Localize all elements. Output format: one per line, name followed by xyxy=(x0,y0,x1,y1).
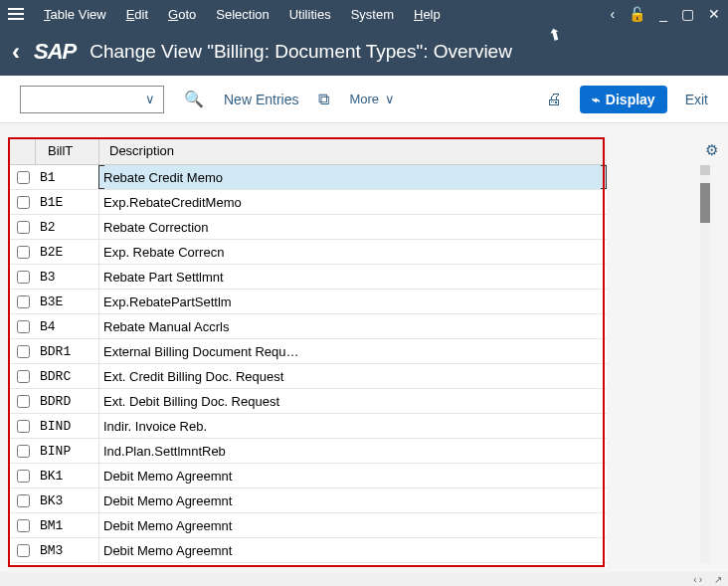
prev-icon[interactable]: ‹ xyxy=(611,6,616,22)
toolbar: ∨ 🔍 New Entries ⧉ More ∨ 🖨 ⌁ Display Exi… xyxy=(0,76,728,123)
row-checkbox[interactable] xyxy=(17,246,30,259)
vertical-scrollbar[interactable] xyxy=(700,165,710,563)
row-checkbox[interactable] xyxy=(17,196,30,209)
display-button[interactable]: ⌁ Display xyxy=(580,86,667,113)
scroll-right-icon[interactable]: › xyxy=(699,574,702,585)
cell-description[interactable]: Debit Memo Agreemnt xyxy=(99,513,607,537)
menu-goto[interactable]: Goto xyxy=(168,7,196,22)
content-area: ⚙ BillT Description B1Rebate Credit Memo… xyxy=(0,123,728,572)
row-checkbox[interactable] xyxy=(17,494,30,507)
cell-billt[interactable]: BM1 xyxy=(36,513,99,537)
row-checkbox[interactable] xyxy=(17,519,30,532)
row-checkbox[interactable] xyxy=(17,395,30,408)
close-icon[interactable]: ✕ xyxy=(708,6,720,22)
cell-billt[interactable]: BDRC xyxy=(36,364,99,388)
cell-description[interactable]: Indir. Invoice Reb. xyxy=(99,414,607,438)
lock-open-icon[interactable]: 🔓 xyxy=(629,6,645,22)
row-checkbox[interactable] xyxy=(17,470,30,483)
cell-description[interactable]: Ext. Debit Billing Doc. Request xyxy=(99,389,607,413)
statusbar: ‹ › ↗ xyxy=(0,572,728,586)
expand-icon[interactable]: ↗ xyxy=(714,574,722,585)
cell-billt[interactable]: BDRD xyxy=(36,389,99,413)
menu-system[interactable]: System xyxy=(351,7,394,22)
command-field[interactable]: ∨ xyxy=(20,86,164,113)
maximize-icon[interactable]: ▢ xyxy=(681,6,694,22)
row-checkbox[interactable] xyxy=(17,295,30,308)
cell-billt[interactable]: BM3 xyxy=(36,538,99,562)
search-icon[interactable]: 🔍 xyxy=(184,90,204,108)
row-checkbox[interactable] xyxy=(17,370,30,383)
print-icon[interactable]: 🖨 xyxy=(546,91,562,108)
menu-help[interactable]: Help xyxy=(414,7,441,22)
cell-billt[interactable]: B2E xyxy=(36,240,99,264)
new-entries-button[interactable]: New Entries xyxy=(224,92,298,107)
cell-description[interactable]: Rebate Correction xyxy=(99,215,607,239)
table-header: BillT Description xyxy=(10,137,607,165)
cell-billt[interactable]: B1E xyxy=(36,190,99,214)
col-select[interactable] xyxy=(10,137,36,164)
cell-billt[interactable]: BK3 xyxy=(36,488,99,512)
cell-billt[interactable]: BIND xyxy=(36,414,99,438)
cell-billt[interactable]: BK1 xyxy=(36,464,99,488)
row-checkbox[interactable] xyxy=(17,445,30,458)
cell-billt[interactable]: B2 xyxy=(36,215,99,239)
menu-edit[interactable]: Edit xyxy=(126,7,148,22)
back-button[interactable]: ‹ xyxy=(12,38,20,66)
row-checkbox[interactable] xyxy=(17,320,30,333)
row-checkbox[interactable] xyxy=(17,221,30,234)
gear-icon[interactable]: ⚙ xyxy=(705,141,718,159)
cell-billt[interactable]: BDR1 xyxy=(36,339,99,363)
cell-description[interactable]: Rebate Part Settlmnt xyxy=(99,265,607,289)
cell-billt[interactable]: B3 xyxy=(36,265,99,289)
table-row[interactable]: B2EExp. Rebate Correcn xyxy=(10,240,607,265)
table-row[interactable]: BK1Debit Memo Agreemnt xyxy=(10,464,607,488)
col-billt[interactable]: BillT xyxy=(36,137,99,164)
cell-description[interactable]: Debit Memo Agreemnt xyxy=(99,538,607,562)
scroll-left-icon[interactable]: ‹ xyxy=(693,574,696,585)
exit-button[interactable]: Exit xyxy=(685,92,708,107)
table-row[interactable]: B3Rebate Part Settlmnt xyxy=(10,265,607,290)
row-checkbox[interactable] xyxy=(17,544,30,557)
menu-table-view[interactable]: Table View xyxy=(44,7,106,22)
page-title: Change View "Billing: Document Types": O… xyxy=(90,41,512,63)
cell-description[interactable]: Rebate Credit Memo xyxy=(99,165,607,189)
row-checkbox[interactable] xyxy=(17,271,30,284)
chevron-down-icon: ∨ xyxy=(385,92,395,106)
row-checkbox[interactable] xyxy=(17,420,30,433)
table-row[interactable]: BM1Debit Memo Agreemnt xyxy=(10,513,607,538)
cell-description[interactable]: External Billing Document Requ… xyxy=(99,339,607,363)
table-row[interactable]: B2Rebate Correction xyxy=(10,215,607,240)
row-checkbox[interactable] xyxy=(17,345,30,358)
cell-description[interactable]: Rebate Manual Accrls xyxy=(99,314,607,338)
row-checkbox[interactable] xyxy=(17,171,30,184)
col-description[interactable]: Description xyxy=(99,137,607,164)
menu-hamburger-icon[interactable] xyxy=(8,8,24,20)
table-row[interactable]: BDRDExt. Debit Billing Doc. Request xyxy=(10,389,607,414)
cell-description[interactable]: Debit Memo Agreemnt xyxy=(99,464,607,488)
table-row[interactable]: B1EExp.RebateCreditMemo xyxy=(10,190,607,215)
table-row[interactable]: BDRCExt. Credit Billing Doc. Request xyxy=(10,364,607,389)
menu-selection[interactable]: Selection xyxy=(216,7,269,22)
cell-description[interactable]: Exp. Rebate Correcn xyxy=(99,240,607,264)
table-row[interactable]: B4Rebate Manual Accrls xyxy=(10,314,607,339)
table-row[interactable]: BINDIndir. Invoice Reb. xyxy=(10,414,607,439)
table-row[interactable]: B1Rebate Credit Memo xyxy=(10,165,607,190)
table-row[interactable]: BK3Debit Memo Agreemnt xyxy=(10,488,607,513)
table-row[interactable]: BINPInd.Plan.SettlmntReb xyxy=(10,439,607,464)
menu-utilities[interactable]: Utilities xyxy=(289,7,331,22)
cell-billt[interactable]: B1 xyxy=(36,165,99,189)
cell-billt[interactable]: BINP xyxy=(36,439,99,463)
cell-description[interactable]: Exp.RebateCreditMemo xyxy=(99,190,607,214)
table-row[interactable]: BDR1External Billing Document Requ… xyxy=(10,339,607,364)
cell-description[interactable]: Debit Memo Agreemnt xyxy=(99,488,607,512)
cell-billt[interactable]: B3E xyxy=(36,290,99,313)
cell-description[interactable]: Exp.RebatePartSettlm xyxy=(99,290,607,313)
copy-icon[interactable]: ⧉ xyxy=(318,91,329,108)
more-menu[interactable]: More ∨ xyxy=(349,92,395,106)
cell-description[interactable]: Ind.Plan.SettlmntReb xyxy=(99,439,607,463)
table-row[interactable]: BM3Debit Memo Agreemnt xyxy=(10,538,607,563)
table-row[interactable]: B3EExp.RebatePartSettlm xyxy=(10,290,607,314)
minimize-icon[interactable]: _ xyxy=(659,6,667,22)
cell-description[interactable]: Ext. Credit Billing Doc. Request xyxy=(99,364,607,388)
cell-billt[interactable]: B4 xyxy=(36,314,99,338)
